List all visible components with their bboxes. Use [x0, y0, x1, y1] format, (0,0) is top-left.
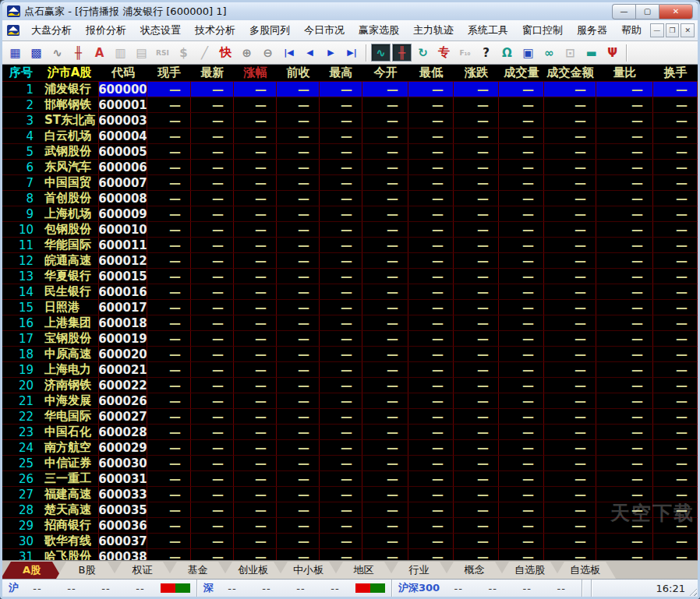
cell-最低[interactable]: —	[408, 238, 454, 252]
cell-换手[interactable]: —	[653, 253, 698, 268]
cell-现手[interactable]: —	[147, 191, 191, 206]
cell-现手[interactable]: —	[147, 471, 191, 486]
stock-name[interactable]: ST东北高	[40, 113, 99, 128]
cell-最新[interactable]: —	[191, 425, 234, 439]
cell-最低[interactable]: —	[408, 502, 454, 517]
cell-最新[interactable]: —	[191, 222, 234, 237]
cell-成交量[interactable]: —	[499, 534, 544, 548]
cell-涨幅[interactable]: —	[234, 315, 277, 330]
stock-code[interactable]: 600029	[99, 440, 147, 455]
cell-涨幅[interactable]: —	[234, 284, 277, 299]
cell-换手[interactable]: —	[653, 502, 698, 517]
cell-最高[interactable]: —	[320, 425, 362, 439]
cell-涨幅[interactable]: —	[234, 238, 277, 252]
stock-code[interactable]: 600036	[99, 518, 147, 533]
table-row[interactable]: 22华电国际600027————————————	[2, 409, 698, 425]
tab-warrant[interactable]: 权证	[111, 562, 173, 579]
cell-换手[interactable]: —	[653, 549, 698, 560]
row-seq[interactable]: 6	[2, 160, 40, 174]
cell-最高[interactable]: —	[320, 534, 362, 548]
cell-前收[interactable]: —	[277, 331, 320, 346]
cell-现手[interactable]: —	[147, 129, 191, 143]
cell-涨跌[interactable]: —	[454, 518, 499, 533]
cell-现手[interactable]: —	[147, 362, 191, 377]
cell-量比[interactable]: —	[596, 144, 653, 159]
cell-成交金额[interactable]: —	[544, 144, 596, 159]
cell-今开[interactable]: —	[362, 440, 408, 455]
cell-成交金额[interactable]: —	[544, 206, 596, 221]
cell-换手[interactable]: —	[653, 518, 698, 533]
cell-最新[interactable]: —	[191, 113, 234, 128]
cell-现手[interactable]: —	[147, 82, 191, 97]
cell-最低[interactable]: —	[408, 253, 454, 268]
cell-涨幅[interactable]: —	[234, 393, 277, 408]
stock-code[interactable]: 600037	[99, 534, 147, 548]
fast-trade-icon[interactable]: 快	[216, 44, 235, 62]
cell-成交量[interactable]: —	[499, 175, 544, 190]
cell-今开[interactable]: —	[362, 222, 408, 237]
cell-量比[interactable]: —	[596, 502, 653, 517]
cell-最高[interactable]: —	[320, 284, 362, 299]
cell-量比[interactable]: —	[596, 113, 653, 128]
cell-现手[interactable]: —	[147, 269, 191, 284]
stock-code[interactable]: 600030	[99, 456, 147, 470]
cell-成交金额[interactable]: —	[544, 347, 596, 361]
stock-name[interactable]: 济南钢铁	[40, 378, 99, 393]
stock-name[interactable]: 民生银行	[40, 284, 99, 299]
cell-换手[interactable]: —	[653, 191, 698, 206]
quote-grid-alt-icon[interactable]: ▩	[27, 44, 46, 62]
cell-换手[interactable]: —	[653, 471, 698, 486]
cell-最低[interactable]: —	[408, 456, 454, 470]
cell-现手[interactable]: —	[147, 331, 191, 346]
cell-成交金额[interactable]: —	[544, 440, 596, 455]
cell-前收[interactable]: —	[277, 393, 320, 408]
copy-icon[interactable]: ⊡	[560, 44, 580, 62]
cell-成交金额[interactable]: —	[544, 284, 596, 299]
cell-涨跌[interactable]: —	[454, 129, 499, 143]
cell-涨幅[interactable]: —	[234, 331, 277, 346]
cell-成交量[interactable]: —	[499, 97, 544, 112]
stock-code[interactable]: 600038	[99, 549, 147, 560]
cell-最新[interactable]: —	[191, 362, 234, 377]
cell-前收[interactable]: —	[277, 191, 320, 206]
cell-最低[interactable]: —	[408, 206, 454, 221]
cell-成交金额[interactable]: —	[544, 82, 596, 97]
table-row[interactable]: 12皖通高速600012————————————	[2, 253, 698, 269]
cell-最新[interactable]: —	[191, 284, 234, 299]
row-seq[interactable]: 5	[2, 144, 40, 159]
column-header-9[interactable]: 最低	[408, 65, 454, 80]
table-row[interactable]: 19上海电力600021————————————	[2, 362, 698, 378]
cell-量比[interactable]: —	[596, 238, 653, 252]
cell-最高[interactable]: —	[320, 471, 362, 486]
stock-name[interactable]: 中原高速	[40, 347, 99, 361]
cell-最高[interactable]: —	[320, 206, 362, 221]
row-seq[interactable]: 2	[2, 97, 40, 112]
cell-前收[interactable]: —	[277, 144, 320, 159]
stock-name[interactable]: 邯郸钢铁	[40, 97, 99, 112]
cell-最新[interactable]: —	[191, 409, 234, 424]
cell-最低[interactable]: —	[408, 175, 454, 190]
cell-今开[interactable]: —	[362, 362, 408, 377]
stock-code[interactable]: 600018	[99, 315, 147, 330]
cell-最低[interactable]: —	[408, 440, 454, 455]
cell-涨幅[interactable]: —	[234, 253, 277, 268]
table-row[interactable]: 31哈飞股份600038————————————	[2, 549, 698, 560]
cell-成交金额[interactable]: —	[544, 456, 596, 470]
cell-现手[interactable]: —	[147, 518, 191, 533]
row-seq[interactable]: 7	[2, 175, 40, 190]
tab-region[interactable]: 地区	[333, 562, 394, 579]
cell-今开[interactable]: —	[362, 253, 408, 268]
cell-最低[interactable]: —	[408, 113, 454, 128]
stock-code[interactable]: 600031	[99, 471, 147, 486]
cell-涨幅[interactable]: —	[234, 113, 277, 128]
stock-name[interactable]: 浦发银行	[40, 82, 99, 97]
cell-最新[interactable]: —	[191, 206, 234, 221]
stock-name[interactable]: 华电国际	[40, 409, 99, 424]
cell-涨幅[interactable]: —	[234, 144, 277, 159]
cell-成交量[interactable]: —	[499, 549, 544, 560]
cell-最新[interactable]: —	[191, 378, 234, 393]
table-row[interactable]: 6东风汽车600006————————————	[2, 160, 698, 175]
cell-今开[interactable]: —	[362, 284, 408, 299]
cell-前收[interactable]: —	[277, 347, 320, 361]
cell-最新[interactable]: —	[191, 440, 234, 455]
